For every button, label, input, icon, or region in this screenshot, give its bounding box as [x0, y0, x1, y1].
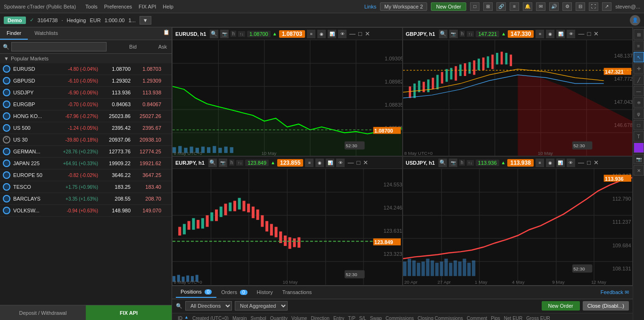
market-item-german[interactable]: GERMAN...+28.76 (+0.23%)12773.7612774.25: [0, 146, 172, 158]
chart-usdjpy-close[interactable]: ✕: [593, 159, 600, 166]
feedback-btn[interactable]: Feedback ✉: [601, 289, 629, 295]
chart-eurjpy-obj[interactable]: ◉: [315, 159, 324, 167]
rt-camera-icon[interactable]: 📷: [634, 154, 644, 164]
market-item-us500[interactable]: US 500-1.24 (-0.05%)2395.422395.67: [0, 122, 172, 134]
market-item-hongko[interactable]: HONG KO...-67.96 (-0.27%)25023.8625027.2…: [0, 110, 172, 122]
mail-btn[interactable]: ✉: [536, 2, 545, 11]
th-created[interactable]: Created (UTC+0): [190, 315, 231, 320]
fixapi-btn[interactable]: FIX API: [86, 305, 172, 320]
tab-transactions[interactable]: Transactions: [278, 287, 317, 297]
th-id[interactable]: ID: [176, 315, 184, 320]
chart-gbpjpy-zoom[interactable]: 🔍: [439, 30, 447, 38]
tab-orders[interactable]: Orders 0: [216, 287, 252, 297]
th-symbol[interactable]: Symbol: [248, 315, 268, 320]
rt-text-icon[interactable]: T: [634, 131, 644, 142]
account-dropdown-btn[interactable]: ▼: [140, 16, 151, 25]
chart-eurusd-maximize[interactable]: □: [357, 30, 363, 37]
popular-markets-header[interactable]: ▼ Popular Markets: [0, 54, 172, 63]
chart-eurusd-minimize[interactable]: —: [348, 30, 356, 37]
chart-indicator-icon[interactable]: 📊: [328, 30, 336, 38]
workspace-btn[interactable]: My Workspace 2: [380, 2, 427, 11]
menu-preferences[interactable]: Preferences: [104, 4, 132, 9]
direction-select[interactable]: All Directions: [185, 301, 232, 311]
market-item-us30[interactable]: US 30-39.80 (-0.18%)20937.0620938.10: [0, 134, 172, 146]
new-order-top-btn[interactable]: New Order: [431, 2, 466, 11]
chart-gbpjpy-body[interactable]: 148.137 147.772 147.043 146.678: [403, 40, 633, 156]
aggregation-select[interactable]: Not Aggregated: [235, 301, 288, 311]
chart-eurjpy-indicator[interactable]: 📊: [326, 159, 334, 167]
chart-gbpjpy-screenshot[interactable]: 📷: [449, 30, 458, 38]
chart-usdjpy-maximize[interactable]: □: [586, 159, 592, 166]
chart-eurjpy-close[interactable]: ✕: [362, 159, 369, 166]
market-item-gbpusd[interactable]: GBPUSD-6.10 (-0.05%)1.293021.29309: [0, 75, 172, 87]
tab-positions[interactable]: Positions 0: [176, 286, 216, 298]
th-margin[interactable]: Margin: [231, 315, 249, 320]
chart-eurjpy-eye[interactable]: 👁: [336, 159, 345, 167]
links-btn[interactable]: Links: [364, 4, 377, 9]
market-item-tesco[interactable]: TESCO+1.75 (+0.96%)183.25183.40: [0, 181, 172, 193]
menu-fixapi[interactable]: FIX API: [139, 4, 156, 9]
chart-gbpjpy-settings[interactable]: ≡: [536, 30, 544, 38]
market-item-japan225[interactable]: JAPAN 225+64.91 (+0.33%)19909.2219921.62: [0, 158, 172, 169]
layout-btn[interactable]: ⊟: [576, 2, 585, 11]
rt-color-icon[interactable]: [634, 143, 644, 153]
deposit-withdrawal-btn[interactable]: Deposit / Withdrawal: [0, 305, 86, 320]
sidebar-notes-icon[interactable]: 📋: [161, 27, 172, 40]
tab-watchlists[interactable]: Watchlists: [28, 27, 65, 40]
chart-eurjpy-maximize[interactable]: □: [355, 159, 361, 166]
chart-gbpjpy-eye[interactable]: 👁: [567, 30, 575, 38]
chart-eurusd-body[interactable]: 1.09305 1.08982 1.08835 1.08565: [173, 40, 402, 156]
volume-btn[interactable]: 🔊: [549, 2, 559, 11]
monitor-icon-btn[interactable]: □: [470, 2, 479, 11]
chart-usdjpy-zoom[interactable]: 🔍: [438, 159, 447, 167]
th-volume[interactable]: Volume: [289, 315, 309, 320]
th-quantity[interactable]: Quantity: [268, 315, 289, 320]
rt-list-icon[interactable]: ≡: [634, 41, 644, 51]
rt-cross-icon[interactable]: ✛: [634, 63, 644, 74]
chart-usdjpy-minimize[interactable]: —: [577, 159, 585, 166]
chart-eurusd-close[interactable]: ✕: [364, 30, 371, 37]
chart-usdjpy-eye[interactable]: 👁: [567, 159, 575, 167]
link-icon-btn[interactable]: 🔗: [496, 2, 506, 11]
chart-usdjpy-obj[interactable]: ◉: [546, 159, 554, 167]
th-sl[interactable]: S/L: [357, 315, 368, 320]
chart-eurjpy-settings[interactable]: ≡: [305, 159, 314, 167]
rt-pointer-icon[interactable]: ↖: [634, 52, 644, 62]
rt-delete-icon[interactable]: ✕: [634, 165, 644, 176]
th-swap[interactable]: Swap: [368, 315, 384, 320]
tab-finder[interactable]: Finder: [0, 27, 28, 40]
market-item-europe50[interactable]: EUROPE 50-0.82 (-0.02%)3646.223647.25: [0, 169, 172, 181]
market-item-eurusd[interactable]: EURUSD-4.80 (-0.04%)1.087001.08703: [0, 63, 172, 75]
market-item-barclays[interactable]: BARCLAYS+3.35 (+1.63%)208.55208.70: [0, 193, 172, 205]
chart-gbpjpy-indicator[interactable]: 📊: [556, 30, 565, 38]
rt-rect-icon[interactable]: □: [634, 120, 644, 130]
fullscreen-btn[interactable]: ⛶: [589, 2, 598, 11]
close-disable-btn[interactable]: Close (Disabl...): [583, 301, 629, 311]
chart-usdjpy-settings[interactable]: ≡: [536, 159, 544, 167]
market-item-volksw[interactable]: VOLKSW...-0.94 (+0.63%)148.980149.070: [0, 205, 172, 217]
undock-btn[interactable]: ↗: [602, 2, 611, 11]
th-direction[interactable]: Direction: [309, 315, 331, 320]
th-gross-eur[interactable]: Gross EUR: [524, 315, 552, 320]
chart-gbpjpy-close[interactable]: ✕: [593, 30, 600, 37]
alert-btn[interactable]: 🔔: [523, 2, 532, 11]
chart-zoom-btn[interactable]: 🔍: [210, 30, 218, 38]
chart-type-btn[interactable]: ≡: [510, 2, 519, 11]
th-closing-commissions[interactable]: Closing Commissions: [416, 315, 465, 320]
market-item-eurgbp[interactable]: EURGBP-0.70 (-0.01%)0.840630.84067: [0, 99, 172, 110]
chart-usdjpy-screenshot[interactable]: 📷: [449, 159, 457, 167]
chart-usdjpy-body[interactable]: 113.247 112.790 111.237 109.684 108.131: [403, 169, 633, 285]
search-input[interactable]: [11, 42, 107, 51]
th-commissions[interactable]: Commissions: [384, 315, 416, 320]
market-item-usdjpy[interactable]: USDJPY-6.90 (-0.06%)113.936113.938: [0, 87, 172, 99]
avatar[interactable]: 👤: [630, 15, 640, 25]
chart-eurjpy-screenshot[interactable]: 📷: [219, 159, 227, 167]
rt-hline-icon[interactable]: ―: [634, 86, 644, 96]
th-net-eur[interactable]: Net EUR: [502, 315, 524, 320]
th-comment[interactable]: Comment: [465, 315, 489, 320]
chart-settings-icon[interactable]: ≡: [307, 30, 315, 38]
rt-channel-icon[interactable]: ≑: [634, 97, 644, 108]
chart-screenshot-btn[interactable]: 📷: [220, 30, 229, 38]
tab-history[interactable]: History: [252, 287, 278, 297]
chart-gbpjpy-maximize[interactable]: □: [586, 30, 592, 37]
